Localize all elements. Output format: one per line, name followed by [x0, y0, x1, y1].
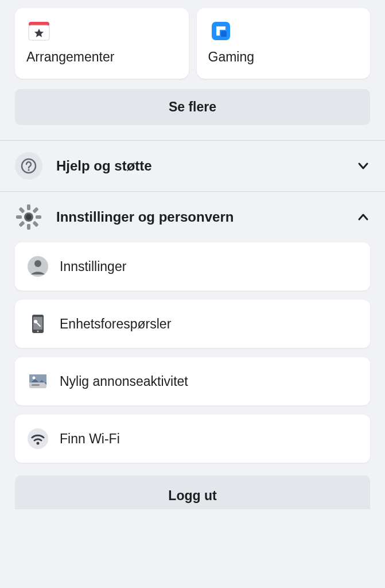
svg-rect-25: [32, 384, 40, 386]
section-help-support[interactable]: Hjelp og støtte: [0, 141, 385, 192]
image-card-icon: [26, 370, 49, 393]
logout-button[interactable]: Logg ut: [15, 475, 370, 509]
shortcut-events[interactable]: Arrangementer: [15, 8, 189, 79]
shortcut-gaming-label: Gaming: [208, 49, 359, 65]
svg-rect-8: [27, 224, 30, 230]
svg-rect-12: [18, 220, 25, 227]
svg-point-17: [34, 260, 41, 267]
phone-key-icon: [26, 312, 49, 335]
svg-rect-14: [32, 220, 38, 227]
settings-item-label: Enhetsforespørsler: [60, 316, 171, 332]
settings-item-device-requests[interactable]: Enhetsforespørsler: [15, 300, 370, 348]
svg-rect-23: [29, 374, 46, 382]
section-settings-privacy-title: Innstillinger og personvern: [56, 209, 356, 225]
svg-point-24: [33, 377, 36, 380]
svg-rect-10: [36, 215, 41, 219]
svg-rect-2: [212, 22, 230, 40]
see-more-button[interactable]: Se flere: [15, 89, 370, 125]
help-icon: [15, 152, 42, 180]
settings-item-recent-ad-activity[interactable]: Nylig annonseaktivitet: [15, 357, 370, 405]
section-settings-privacy[interactable]: Innstillinger og personvern: [0, 192, 385, 242]
svg-rect-11: [32, 207, 38, 213]
settings-item-find-wifi[interactable]: Finn Wi-Fi: [15, 415, 370, 463]
svg-point-15: [26, 214, 32, 220]
svg-point-27: [37, 442, 40, 445]
shortcut-events-label: Arrangementer: [26, 49, 177, 65]
svg-rect-3: [221, 31, 227, 37]
svg-point-20: [37, 331, 39, 332]
settings-item-settings[interactable]: Innstillinger: [15, 242, 370, 291]
calendar-star-icon: [26, 18, 52, 44]
settings-item-label: Nylig annonseaktivitet: [60, 374, 188, 389]
settings-list: Innstillinger Enhetsforespørsler Nylig a: [0, 242, 385, 463]
person-circle-icon: [26, 255, 49, 278]
settings-item-label: Innstillinger: [60, 259, 126, 274]
chevron-down-icon: [356, 159, 370, 173]
shortcut-gaming[interactable]: Gaming: [197, 8, 371, 79]
svg-rect-9: [16, 215, 22, 219]
gear-icon: [15, 203, 42, 231]
settings-item-label: Finn Wi-Fi: [60, 431, 120, 447]
svg-point-5: [28, 169, 29, 171]
section-help-title: Hjelp og støtte: [56, 158, 356, 174]
gaming-icon: [208, 18, 234, 44]
chevron-up-icon: [356, 210, 370, 224]
svg-rect-13: [18, 207, 25, 213]
svg-rect-7: [27, 204, 30, 210]
shortcuts-grid: Arrangementer Gaming: [0, 0, 385, 79]
wifi-icon: [26, 427, 49, 450]
